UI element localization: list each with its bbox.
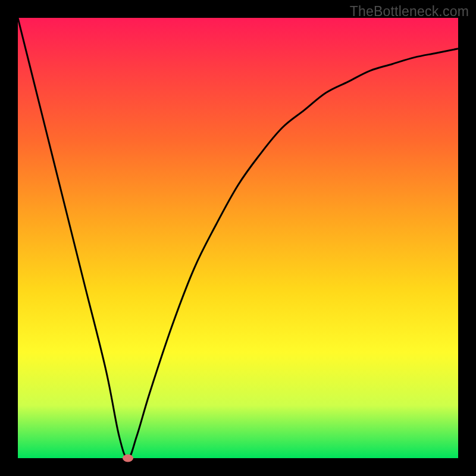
bottleneck-marker bbox=[123, 455, 133, 462]
chart-container: TheBottleneck.com bbox=[0, 0, 476, 476]
watermark-text: TheBottleneck.com bbox=[350, 4, 469, 20]
bottleneck-curve bbox=[18, 18, 458, 458]
curve-svg bbox=[18, 18, 458, 458]
plot-area bbox=[18, 18, 458, 458]
